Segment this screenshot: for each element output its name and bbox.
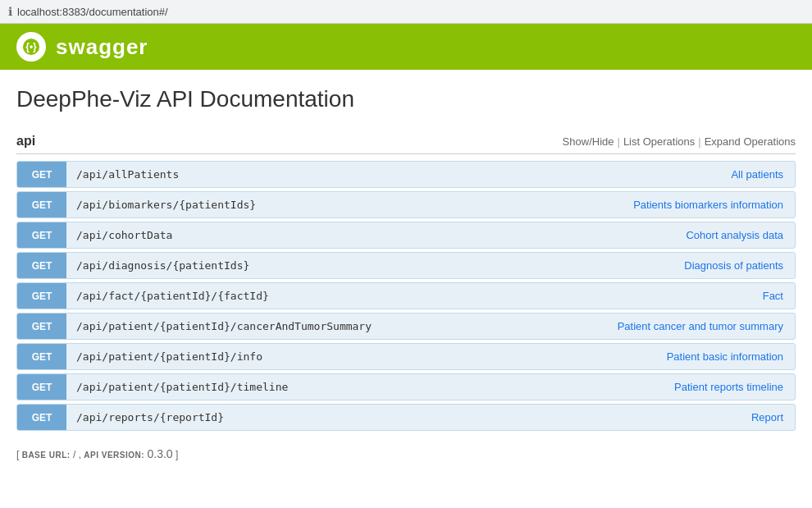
- swagger-header: {•} swagger: [0, 24, 812, 70]
- api-description: Patient basic information: [655, 344, 795, 369]
- api-path: /api/patient/{patientId}/cancerAndTumorS…: [66, 313, 606, 339]
- api-path: /api/fact/{patientId}/{factId}: [66, 283, 751, 309]
- swagger-title-text: swagger: [56, 34, 148, 60]
- api-description: Diagnosis of patients: [673, 253, 795, 278]
- footer-bracket-open: [: [16, 449, 22, 460]
- api-row[interactable]: GET/api/reports/{reportId}Report: [16, 404, 796, 431]
- page-title: DeepPhe-Viz API Documentation: [16, 86, 796, 112]
- api-path: /api/biomarkers/{patientIds}: [66, 192, 622, 217]
- api-path: /api/patient/{patientId}/info: [66, 344, 655, 369]
- api-section: api Show/Hide | List Operations | Expand…: [16, 129, 796, 431]
- svg-text:{•}: {•}: [25, 41, 37, 53]
- show-hide-link[interactable]: Show/Hide: [563, 135, 614, 148]
- api-row[interactable]: GET/api/cohortDataCohort analysis data: [16, 222, 796, 249]
- api-row[interactable]: GET/api/biomarkers/{patientIds}Patients …: [16, 191, 796, 218]
- api-path: /api/cohortData: [66, 222, 674, 248]
- api-section-links: Show/Hide | List Operations | Expand Ope…: [563, 135, 796, 148]
- endpoints-list: GET/api/allPatientsAll patientsGET/api/b…: [16, 161, 796, 431]
- expand-operations-link[interactable]: Expand Operations: [705, 135, 796, 148]
- api-path: /api/reports/{reportId}: [66, 405, 740, 430]
- base-url-label: Base URL:: [22, 451, 71, 460]
- separator-1: |: [617, 135, 619, 148]
- api-description: Patients biomarkers information: [622, 192, 795, 217]
- api-path: /api/patient/{patientId}/timeline: [66, 374, 663, 400]
- browser-bar: ℹ localhost:8383/documentation#/: [0, 0, 812, 24]
- api-version-label: Api Version:: [84, 451, 144, 460]
- api-section-name: api: [16, 134, 35, 149]
- get-badge: GET: [17, 253, 66, 278]
- get-badge: GET: [17, 192, 66, 217]
- get-badge: GET: [17, 405, 66, 430]
- list-operations-link[interactable]: List Operations: [623, 135, 695, 148]
- info-icon: ℹ: [8, 5, 12, 18]
- api-row[interactable]: GET/api/allPatientsAll patients: [16, 161, 796, 188]
- get-badge: GET: [17, 313, 66, 339]
- api-description: All patients: [719, 162, 795, 187]
- separator-2: |: [698, 135, 700, 148]
- api-description: Patient reports timeline: [663, 374, 795, 400]
- api-description: Patient cancer and tumor summary: [606, 313, 795, 339]
- api-version-value: 0.3.0: [147, 447, 172, 460]
- browser-url: localhost:8383/documentation#/: [17, 6, 168, 18]
- api-description: Report: [740, 405, 795, 430]
- footer-info: [ Base URL: / , Api Version: 0.3.0 ]: [16, 447, 796, 460]
- api-row[interactable]: GET/api/diagnosis/{patientIds}Diagnosis …: [16, 252, 796, 279]
- swagger-logo: {•}: [16, 32, 46, 62]
- api-row[interactable]: GET/api/patient/{patientId}/infoPatient …: [16, 343, 796, 370]
- api-section-header: api Show/Hide | List Operations | Expand…: [16, 129, 796, 154]
- api-row[interactable]: GET/api/patient/{patientId}/cancerAndTum…: [16, 313, 796, 340]
- get-badge: GET: [17, 344, 66, 369]
- base-url-slash: /: [73, 449, 75, 460]
- get-badge: GET: [17, 283, 66, 309]
- get-badge: GET: [17, 162, 66, 187]
- api-row[interactable]: GET/api/patient/{patientId}/timelinePati…: [16, 373, 796, 400]
- api-description: Fact: [751, 283, 795, 309]
- api-description: Cohort analysis data: [674, 222, 795, 248]
- main-content: DeepPhe-Viz API Documentation api Show/H…: [0, 70, 812, 493]
- footer-bracket-close: ]: [176, 449, 178, 460]
- api-path: /api/allPatients: [66, 162, 719, 187]
- get-badge: GET: [17, 222, 66, 248]
- swagger-logo-icon: {•}: [22, 38, 40, 56]
- api-row[interactable]: GET/api/fact/{patientId}/{factId}Fact: [16, 282, 796, 309]
- api-path: /api/diagnosis/{patientIds}: [66, 253, 673, 278]
- get-badge: GET: [17, 374, 66, 400]
